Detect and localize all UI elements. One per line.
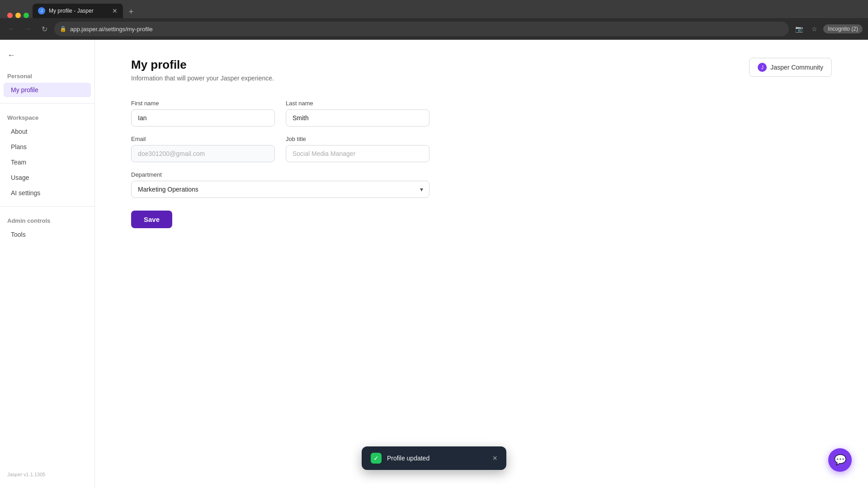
page-title: My profile bbox=[131, 58, 274, 72]
workspace-section-label: Workspace bbox=[0, 109, 94, 124]
profile-form: First name Last name Email Job title bbox=[131, 100, 429, 228]
email-label: Email bbox=[131, 136, 275, 142]
jasper-logo-icon: J bbox=[758, 63, 767, 72]
personal-section-label: Personal bbox=[0, 67, 94, 82]
lock-icon: 🔒 bbox=[60, 26, 66, 32]
page-header-text: My profile Information that will power y… bbox=[131, 58, 274, 82]
admin-controls-section-label: Admin controls bbox=[0, 212, 94, 227]
community-btn-label: Jasper Community bbox=[770, 64, 823, 71]
browser-tabs: J My profile - Jasper ✕ + bbox=[0, 0, 868, 18]
window-controls[interactable] bbox=[4, 13, 33, 18]
url-bar[interactable]: 🔒 app.jasper.ai/settings/my-profile bbox=[54, 22, 789, 36]
window-maximize-btn[interactable] bbox=[24, 13, 29, 18]
department-select-wrapper: Marketing Operations Engineering Design … bbox=[131, 181, 429, 198]
first-name-label: First name bbox=[131, 100, 275, 107]
sidebar-divider-1 bbox=[0, 103, 94, 103]
sidebar-item-about[interactable]: About bbox=[4, 124, 91, 139]
tab-close-btn[interactable]: ✕ bbox=[112, 7, 118, 14]
email-input[interactable] bbox=[131, 145, 275, 162]
reload-btn[interactable]: ↻ bbox=[38, 23, 51, 35]
job-title-label: Job title bbox=[286, 136, 429, 142]
form-group-last-name: Last name bbox=[286, 100, 429, 127]
back-btn[interactable]: ← bbox=[5, 23, 18, 35]
sidebar-item-plans[interactable]: Plans bbox=[4, 140, 91, 154]
form-row-name: First name Last name bbox=[131, 100, 429, 127]
new-tab-btn[interactable]: + bbox=[125, 5, 137, 18]
page-subtitle: Information that will power your Jasper … bbox=[131, 75, 274, 82]
last-name-input[interactable] bbox=[286, 109, 429, 127]
job-title-input[interactable] bbox=[286, 145, 429, 162]
toast-success-icon: ✓ bbox=[371, 453, 382, 464]
toast-close-btn[interactable]: × bbox=[492, 454, 497, 462]
first-name-input[interactable] bbox=[131, 109, 275, 127]
window-minimize-btn[interactable] bbox=[15, 13, 21, 18]
sidebar-item-my-profile[interactable]: My profile bbox=[4, 83, 91, 97]
browser-controls: ← → ↻ 🔒 app.jasper.ai/settings/my-profil… bbox=[0, 18, 868, 40]
main-content: My profile Information that will power y… bbox=[95, 40, 868, 488]
browser-right-controls: 📷 ☆ Incognito (2) bbox=[793, 23, 863, 35]
tab-title: My profile - Jasper bbox=[49, 8, 108, 14]
chat-button[interactable]: 💬 bbox=[828, 448, 852, 472]
form-group-job-title: Job title bbox=[286, 136, 429, 162]
version-label: Jasper v1.1.1305 bbox=[0, 468, 94, 481]
incognito-badge[interactable]: Incognito (2) bbox=[823, 24, 863, 33]
department-select[interactable]: Marketing Operations Engineering Design … bbox=[131, 181, 429, 198]
toast-notification: ✓ Profile updated × bbox=[362, 446, 506, 470]
browser-chrome: J My profile - Jasper ✕ + ← → ↻ 🔒 app.ja… bbox=[0, 0, 868, 40]
sidebar-item-tools[interactable]: Tools bbox=[4, 227, 91, 242]
sidebar: ← Personal My profile Workspace About Pl… bbox=[0, 40, 95, 488]
sidebar-item-ai-settings[interactable]: AI settings bbox=[4, 186, 91, 200]
department-label: Department bbox=[131, 171, 429, 178]
tab-favicon: J bbox=[38, 7, 45, 14]
page-header: My profile Information that will power y… bbox=[131, 58, 832, 82]
toast-message: Profile updated bbox=[387, 455, 487, 462]
back-arrow-icon: ← bbox=[7, 51, 15, 60]
active-tab[interactable]: J My profile - Jasper ✕ bbox=[33, 4, 123, 18]
sidebar-divider-2 bbox=[0, 206, 94, 206]
sidebar-item-team[interactable]: Team bbox=[4, 155, 91, 169]
last-name-label: Last name bbox=[286, 100, 429, 107]
bookmark-icon[interactable]: ☆ bbox=[808, 23, 821, 35]
sidebar-item-usage[interactable]: Usage bbox=[4, 170, 91, 185]
sidebar-back-btn[interactable]: ← bbox=[0, 47, 94, 67]
url-text: app.jasper.ai/settings/my-profile bbox=[70, 26, 783, 33]
form-group-first-name: First name bbox=[131, 100, 275, 127]
camera-off-icon[interactable]: 📷 bbox=[793, 23, 805, 35]
form-group-department: Department Marketing Operations Engineer… bbox=[131, 171, 429, 198]
forward-btn[interactable]: → bbox=[22, 23, 34, 35]
chat-icon: 💬 bbox=[834, 454, 846, 466]
app-layout: ← Personal My profile Workspace About Pl… bbox=[0, 40, 868, 488]
save-button[interactable]: Save bbox=[131, 211, 172, 228]
form-row-department: Department Marketing Operations Engineer… bbox=[131, 171, 429, 198]
jasper-community-btn[interactable]: J Jasper Community bbox=[749, 58, 832, 77]
form-row-email-job: Email Job title bbox=[131, 136, 429, 162]
window-close-btn[interactable] bbox=[7, 13, 13, 18]
form-group-email: Email bbox=[131, 136, 275, 162]
